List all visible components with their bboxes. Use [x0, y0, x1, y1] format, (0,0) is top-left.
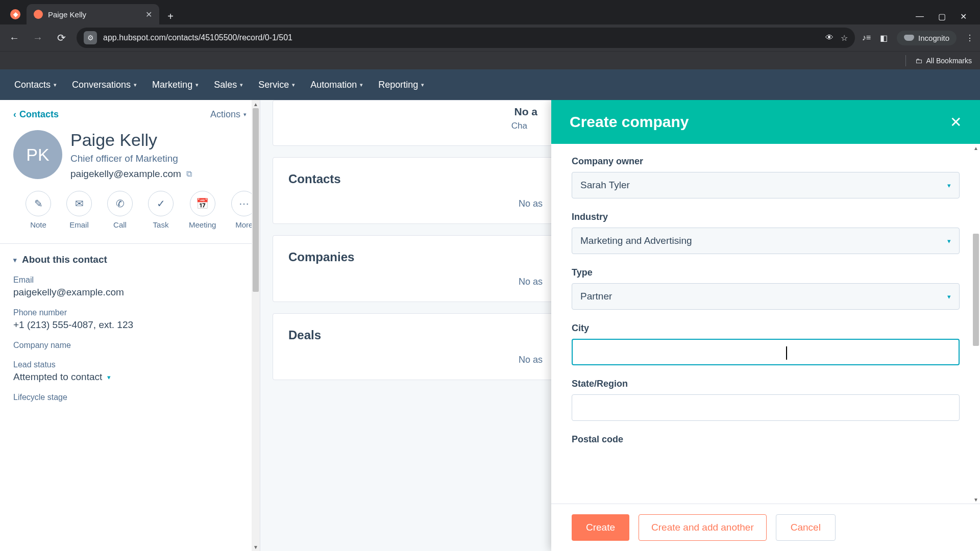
city-input[interactable] [572, 339, 960, 365]
type-label: Type [572, 267, 960, 278]
chevron-down-icon: ▾ [947, 237, 951, 245]
phone-label: Phone number [13, 308, 247, 317]
nav-contacts[interactable]: Contacts▾ [14, 80, 57, 90]
panel-header: Create company ✕ [551, 100, 980, 144]
panel-title: Create company [570, 113, 689, 131]
back-button[interactable]: ← [6, 30, 22, 46]
address-bar: ← → ⟳ ⚙ app.hubspot.com/contacts/4510550… [0, 24, 980, 51]
cancel-button[interactable]: Cancel [776, 514, 836, 541]
postal-label: Postal code [572, 434, 960, 445]
note-button[interactable]: ✎ [26, 191, 51, 216]
phone-value[interactable]: +1 (213) 555-4087, ext. 123 [13, 319, 247, 331]
browser-tab-strip: ◆ Paige Kelly ✕ + — ▢ ✕ [0, 0, 980, 24]
state-label: State/Region [572, 379, 960, 389]
chevron-down-icon: ▾ [13, 256, 17, 264]
tab-search-icon[interactable]: ◆ [4, 4, 27, 24]
lifecycle-label: Lifecycle stage [13, 393, 247, 402]
nav-automation[interactable]: Automation▾ [310, 80, 363, 90]
city-label: City [572, 323, 960, 334]
close-tab-icon[interactable]: ✕ [145, 10, 152, 19]
contact-email: paigekelly@example.com [70, 168, 181, 180]
actions-dropdown[interactable]: Actions▾ [210, 109, 247, 120]
url-box[interactable]: ⚙ app.hubspot.com/contacts/45105500/reco… [77, 28, 855, 48]
task-button[interactable]: ✓ [148, 191, 174, 216]
email-button[interactable]: ✉ [66, 191, 92, 216]
chevron-left-icon: ‹ [13, 109, 16, 120]
incognito-label: Incognito [918, 34, 949, 42]
email-label: Email [13, 276, 247, 285]
card-companies: Companies No as [273, 235, 558, 302]
contact-sidebar: ‹ Contacts Actions▾ PK Paige Kelly Chief… [0, 100, 260, 551]
scroll-down-icon[interactable]: ▼ [972, 495, 980, 504]
bookmarks-bar: 🗀 All Bookmarks [0, 51, 980, 69]
industry-label: Industry [572, 212, 960, 222]
minimize-icon[interactable]: — [916, 12, 924, 21]
scroll-up-icon[interactable]: ▲ [252, 100, 260, 108]
new-tab-button[interactable]: + [162, 8, 179, 24]
nav-sales[interactable]: Sales▾ [214, 80, 243, 90]
nav-service[interactable]: Service▾ [258, 80, 295, 90]
close-window-icon[interactable]: ✕ [960, 12, 967, 21]
create-and-add-another-button[interactable]: Create and add another [639, 514, 767, 541]
state-input[interactable] [572, 394, 960, 421]
side-panel-icon[interactable]: ◧ [880, 33, 888, 43]
card-contacts: Contacts No as [273, 157, 558, 224]
contact-action-row: ✎Note ✉Email ✆Call ✓Task 📅Meeting ⋯More [26, 191, 247, 229]
panel-scrollbar[interactable]: ▲ ▼ [972, 144, 980, 504]
create-button[interactable]: Create [572, 514, 629, 541]
tab-title: Paige Kelly [48, 10, 86, 19]
card-deals: Deals No as [273, 313, 558, 380]
bookmark-star-icon[interactable]: ☆ [841, 33, 848, 43]
window-controls: — ▢ ✕ [916, 12, 976, 24]
type-select[interactable]: Partner▾ [572, 283, 960, 310]
chevron-down-icon: ▾ [947, 182, 951, 189]
scroll-down-icon[interactable]: ▼ [252, 543, 260, 551]
card-activity: No a Cha [273, 100, 558, 146]
maximize-icon[interactable]: ▢ [938, 12, 946, 21]
incognito-icon [904, 35, 914, 41]
incognito-chip[interactable]: Incognito [897, 31, 957, 45]
hubspot-nav: Contacts▾ Conversations▾ Marketing▾ Sale… [0, 69, 980, 100]
lead-status-label: Lead status [13, 360, 247, 369]
industry-select[interactable]: Marketing and Advertising▾ [572, 228, 960, 254]
contact-name: Paige Kelly [70, 130, 192, 150]
panel-footer: Create Create and add another Cancel [551, 504, 980, 551]
eye-off-icon[interactable]: 👁 [825, 33, 834, 43]
close-icon[interactable]: ✕ [950, 114, 962, 131]
reload-button[interactable]: ⟳ [53, 30, 69, 46]
email-value[interactable]: paigekelly@example.com [13, 287, 247, 298]
browser-menu-icon[interactable]: ⋮ [966, 33, 974, 43]
forward-button[interactable]: → [30, 30, 46, 46]
panel-body: Company owner Sarah Tyler▾ Industry Mark… [551, 144, 980, 504]
company-owner-label: Company owner [572, 156, 960, 167]
about-contact-toggle[interactable]: ▾ About this contact [13, 254, 247, 265]
browser-tab[interactable]: Paige Kelly ✕ [27, 4, 159, 24]
avatar: PK [13, 130, 62, 179]
nav-marketing[interactable]: Marketing▾ [152, 80, 199, 90]
contact-job-title: Chief officer of Marketing [70, 153, 192, 164]
nav-conversations[interactable]: Conversations▾ [72, 80, 137, 90]
create-company-panel: Create company ✕ Company owner Sarah Tyl… [551, 100, 980, 551]
meeting-button[interactable]: 📅 [190, 191, 215, 216]
lead-status-dropdown[interactable]: Attempted to contact▾ [13, 371, 247, 383]
folder-icon: 🗀 [915, 57, 922, 65]
copy-icon[interactable]: ⧉ [186, 169, 192, 179]
back-to-contacts-link[interactable]: ‹ Contacts [13, 109, 59, 120]
chevron-down-icon: ▾ [947, 293, 951, 300]
sidebar-scrollbar[interactable]: ▲ ▼ [252, 100, 260, 551]
scroll-up-icon[interactable]: ▲ [972, 144, 980, 152]
all-bookmarks-link[interactable]: All Bookmarks [926, 57, 972, 65]
nav-reporting[interactable]: Reporting▾ [378, 80, 424, 90]
hubspot-favicon [34, 10, 43, 19]
company-label: Company name [13, 341, 247, 350]
media-control-icon[interactable]: ♪≡ [862, 33, 871, 42]
url-text: app.hubspot.com/contacts/45105500/record… [103, 33, 292, 42]
site-info-icon[interactable]: ⚙ [84, 31, 97, 44]
company-owner-select[interactable]: Sarah Tyler▾ [572, 172, 960, 198]
call-button[interactable]: ✆ [107, 191, 133, 216]
